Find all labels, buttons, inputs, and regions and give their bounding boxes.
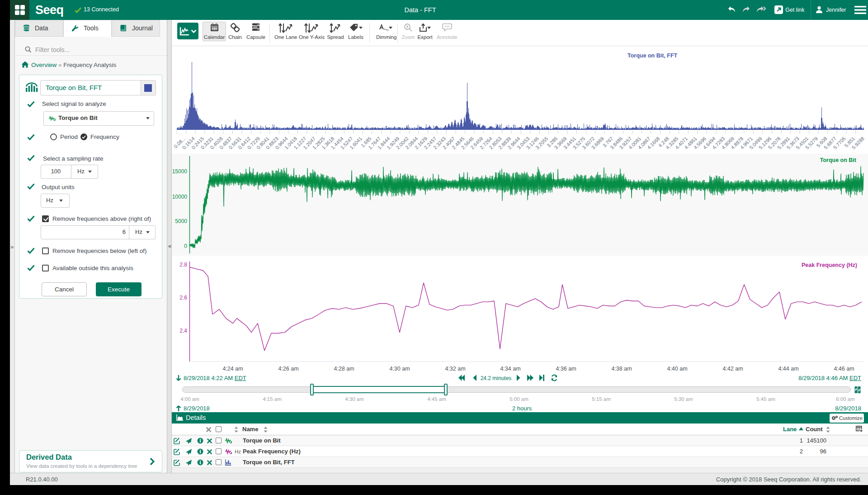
svg-text:4:42 am: 4:42 am (722, 366, 743, 372)
svg-text:4:38 am: 4:38 am (611, 366, 632, 372)
svg-text:2.4: 2.4 (179, 328, 187, 334)
svg-text:4:44 am: 4:44 am (778, 366, 798, 372)
svg-text:4:36 am: 4:36 am (556, 366, 576, 372)
svg-text:4:46 am: 4:46 am (834, 366, 854, 372)
svg-text:Torque on Bit, FFT: Torque on Bit, FFT (627, 52, 678, 59)
svg-text:2.6: 2.6 (179, 295, 187, 301)
svg-text:5000: 5000 (175, 218, 187, 224)
svg-text:10000: 10000 (172, 194, 188, 200)
svg-text:4:34 am: 4:34 am (500, 366, 520, 372)
svg-text:15000: 15000 (172, 168, 188, 175)
svg-text:4:40 am: 4:40 am (667, 366, 687, 372)
svg-text:0: 0 (184, 243, 187, 249)
svg-text:2.8: 2.8 (179, 262, 187, 268)
svg-text:24.2 minutes: 24.2 minutes (481, 375, 512, 381)
svg-text:4:30 am: 4:30 am (389, 366, 410, 372)
svg-text:4:28 am: 4:28 am (334, 366, 354, 372)
svg-text:Seeq: Seeq (35, 3, 64, 17)
svg-text:4:24 am: 4:24 am (222, 366, 243, 372)
svg-text:4:32 am: 4:32 am (445, 366, 465, 372)
svg-text:4:26 am: 4:26 am (278, 366, 298, 372)
svg-text:Torque on Bit: Torque on Bit (820, 157, 857, 163)
svg-text:Peak Frequency (Hz): Peak Frequency (Hz) (802, 262, 857, 268)
